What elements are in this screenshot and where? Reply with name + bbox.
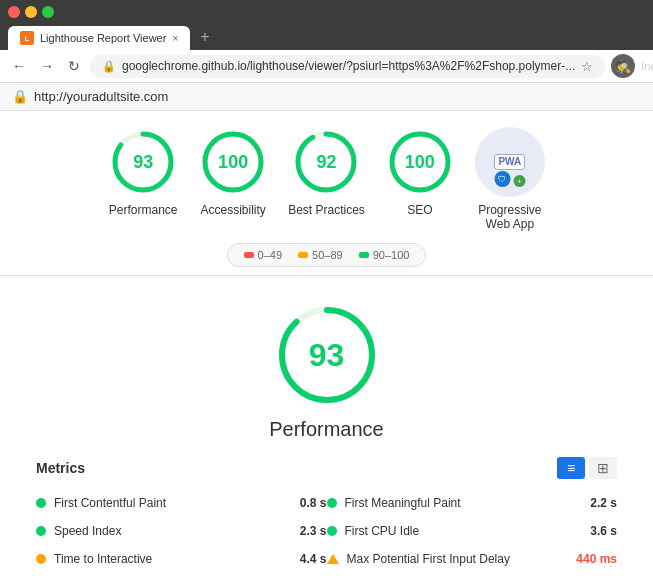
score-best-practices[interactable]: 92 Best Practices	[288, 127, 365, 217]
metric-name-fid: Max Potential First Input Delay	[347, 552, 569, 566]
metric-name-fmp: First Meaningful Paint	[345, 496, 570, 510]
legend-row: 0–49 50–89 90–100	[227, 243, 427, 267]
legend-dot-orange	[298, 252, 308, 258]
scores-section: 93 Performance 100 Accessibility	[0, 111, 653, 276]
metric-value-fci: 3.6 s	[577, 524, 617, 538]
metric-first-cpu-idle: First CPU Idle 3.6 s	[327, 517, 618, 545]
metric-value-tti: 4.4 s	[287, 552, 327, 566]
address-bar[interactable]: 🔒 googlechrome.github.io/lighthouse/view…	[90, 55, 605, 78]
metrics-header: Metrics ≡ ⊞	[36, 457, 617, 479]
big-score-number: 93	[309, 337, 345, 374]
url-lock-icon: 🔒	[12, 89, 28, 104]
score-value-seo: 100	[405, 152, 435, 173]
score-circle-best-practices: 92	[291, 127, 361, 197]
main-performance-section: 93 Performance Metrics ≡ ⊞ First Content…	[0, 276, 653, 576]
incognito-area: 🕵 Incognito	[611, 54, 653, 78]
score-performance[interactable]: 93 Performance	[108, 127, 178, 217]
score-value-performance: 93	[133, 152, 153, 173]
metric-dot-fci	[327, 526, 337, 536]
score-circle-performance: 93	[108, 127, 178, 197]
back-button[interactable]: ←	[8, 56, 30, 76]
tab-lighthouse[interactable]: L Lighthouse Report Viewer ×	[8, 26, 190, 50]
metric-dot-si	[36, 526, 46, 536]
metric-first-contentful-paint: First Contentful Paint 0.8 s	[36, 489, 327, 517]
traffic-light-green[interactable]	[42, 6, 54, 18]
traffic-light-yellow[interactable]	[25, 6, 37, 18]
metrics-toggle: ≡ ⊞	[557, 457, 617, 479]
score-label-seo: SEO	[407, 203, 432, 217]
score-label-accessibility: Accessibility	[200, 203, 265, 217]
score-value-best-practices: 92	[316, 152, 336, 173]
metrics-title: Metrics	[36, 460, 85, 476]
toggle-list-button[interactable]: ≡	[557, 457, 585, 479]
scores-row: 93 Performance 100 Accessibility	[20, 127, 633, 231]
pwa-shield-icon: 🛡	[494, 171, 510, 187]
score-pwa[interactable]: PWA 🛡 + Progressive Web App	[475, 127, 545, 231]
pwa-check-icon: +	[513, 175, 525, 187]
metric-speed-index: Speed Index 2.3 s	[36, 517, 327, 545]
score-label-pwa: Progressive Web App	[478, 203, 541, 231]
score-circle-seo: 100	[385, 127, 455, 197]
metrics-section: Metrics ≡ ⊞ First Contentful Paint 0.8 s…	[20, 457, 633, 573]
url-bar-row: 🔒 http://youradultsite.com	[0, 83, 653, 111]
metric-first-meaningful-paint: First Meaningful Paint 2.2 s	[327, 489, 618, 517]
metric-name-si: Speed Index	[54, 524, 279, 538]
address-bar-row: ← → ↻ 🔒 googlechrome.github.io/lighthous…	[0, 50, 653, 83]
legend-dot-red	[244, 252, 254, 258]
score-circle-accessibility: 100	[198, 127, 268, 197]
metrics-right-col: First Meaningful Paint 2.2 s First CPU I…	[327, 489, 618, 573]
legend-label-red: 0–49	[258, 249, 282, 261]
score-value-accessibility: 100	[218, 152, 248, 173]
traffic-light-red[interactable]	[8, 6, 20, 18]
metric-dot-fcp	[36, 498, 46, 508]
metric-time-to-interactive: Time to Interactive 4.4 s	[36, 545, 327, 573]
bookmark-icon: ☆	[581, 59, 593, 74]
new-tab-button[interactable]: +	[192, 24, 217, 50]
score-label-performance: Performance	[109, 203, 178, 217]
tab-bar: L Lighthouse Report Viewer × +	[8, 24, 645, 50]
big-score-circle: 93	[272, 300, 382, 410]
legend-dot-green	[359, 252, 369, 258]
legend-green: 90–100	[359, 249, 410, 261]
metric-dot-tti	[36, 554, 46, 564]
metric-value-fid: 440 ms	[576, 552, 617, 566]
metric-max-fid: Max Potential First Input Delay 440 ms	[327, 545, 618, 573]
tab-favicon: L	[20, 31, 34, 45]
lock-icon: 🔒	[102, 60, 116, 73]
forward-button[interactable]: →	[36, 56, 58, 76]
toggle-grid-button[interactable]: ⊞	[589, 457, 617, 479]
address-text: googlechrome.github.io/lighthouse/viewer…	[122, 59, 575, 73]
metrics-left-col: First Contentful Paint 0.8 s Speed Index…	[36, 489, 327, 573]
metric-value-si: 2.3 s	[287, 524, 327, 538]
metric-value-fcp: 0.8 s	[287, 496, 327, 510]
metric-name-fcp: First Contentful Paint	[54, 496, 279, 510]
legend-orange: 50–89	[298, 249, 343, 261]
score-accessibility[interactable]: 100 Accessibility	[198, 127, 268, 217]
url-display-text: http://youradultsite.com	[34, 89, 168, 104]
legend-label-green: 90–100	[373, 249, 410, 261]
metric-value-fmp: 2.2 s	[577, 496, 617, 510]
metric-name-fci: First CPU Idle	[345, 524, 570, 538]
score-label-best-practices: Best Practices	[288, 203, 365, 217]
metrics-grid: First Contentful Paint 0.8 s Speed Index…	[36, 489, 617, 573]
pwa-circle: PWA 🛡 +	[475, 127, 545, 197]
metric-dot-fid	[327, 554, 339, 564]
legend-label-orange: 50–89	[312, 249, 343, 261]
metric-dot-fmp	[327, 498, 337, 508]
reload-button[interactable]: ↻	[64, 56, 84, 76]
incognito-label: Incognito	[641, 60, 653, 72]
tab-title: Lighthouse Report Viewer	[40, 32, 166, 44]
score-seo[interactable]: 100 SEO	[385, 127, 455, 217]
pwa-badge: PWA	[494, 154, 525, 170]
tab-close-button[interactable]: ×	[172, 33, 178, 44]
browser-chrome: L Lighthouse Report Viewer × +	[0, 0, 653, 50]
incognito-icon: 🕵	[611, 54, 635, 78]
metric-name-tti: Time to Interactive	[54, 552, 279, 566]
legend-red: 0–49	[244, 249, 282, 261]
big-score-label: Performance	[269, 418, 384, 441]
